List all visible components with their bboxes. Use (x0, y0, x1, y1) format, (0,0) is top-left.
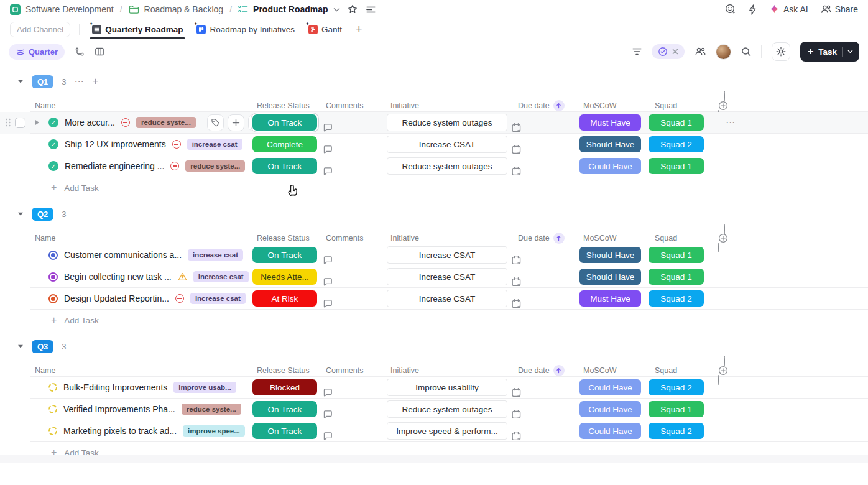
task-row[interactable]: Verified Improvements Pha...reduce syste… (30, 399, 868, 420)
task-row[interactable]: Customer communications a...increase csa… (30, 244, 868, 266)
star-icon[interactable] (348, 4, 358, 14)
squad-pill[interactable]: Squad 2 (649, 290, 704, 307)
squad-pill[interactable]: Squad 1 (649, 401, 704, 417)
task-row[interactable]: Bulk-Editing Improvementsimprove usab...… (30, 377, 868, 399)
chevron-down-icon[interactable] (333, 7, 340, 12)
task-name[interactable]: Customer communications a... (64, 250, 182, 260)
status-icon-complete[interactable]: ✓ (48, 118, 58, 127)
column-header-moscow[interactable]: MoSCoW (576, 366, 645, 375)
column-header-due-date[interactable]: Due date (511, 100, 576, 111)
squad-pill[interactable]: Squad 1 (649, 114, 704, 131)
avatar[interactable] (716, 44, 731, 60)
add-task-button[interactable]: +Add Task (30, 310, 868, 331)
comment-icon[interactable] (322, 277, 382, 287)
share-button[interactable]: Share (821, 4, 858, 14)
release-status-button[interactable]: On Track (252, 158, 317, 174)
release-status-button[interactable]: Blocked (252, 379, 317, 395)
squad-pill[interactable]: Squad 2 (649, 379, 704, 395)
tab-roadmap-by-initiatives[interactable]: ✦ Roadmap by Initiatives (193, 21, 298, 39)
breadcrumb-view-title[interactable]: Product Roadmap (253, 4, 328, 14)
column-header-moscow[interactable]: MoSCoW (576, 101, 645, 110)
sort-asc-icon[interactable] (553, 233, 565, 244)
task-tag[interactable]: increase csat (193, 271, 249, 282)
task-name[interactable]: More accur... (65, 118, 115, 127)
quarter-pill[interactable]: Q2 (32, 208, 53, 221)
sort-asc-icon[interactable] (553, 100, 565, 111)
view-options-icon[interactable] (366, 6, 376, 13)
task-tag[interactable]: improve spee... (183, 425, 245, 436)
comment-icon[interactable] (322, 144, 382, 155)
column-header-comments[interactable]: Comments (322, 366, 382, 375)
collapse-caret-icon[interactable] (17, 211, 24, 216)
moscow-pill[interactable]: Could Have (579, 379, 641, 395)
calendar-plus-icon[interactable] (511, 122, 576, 133)
comment-icon[interactable] (322, 387, 382, 398)
filter-icon[interactable] (632, 48, 642, 55)
subtask-icon[interactable] (75, 47, 85, 57)
calendar-plus-icon[interactable] (511, 166, 576, 177)
column-header-release-status[interactable]: Release Status (252, 101, 322, 110)
task-tag[interactable]: increase csat (187, 139, 242, 150)
task-row[interactable]: ✓Remediate engineering ...reduce syste..… (30, 155, 868, 177)
release-status-button[interactable]: Complete (252, 136, 317, 152)
comment-icon[interactable] (322, 166, 382, 177)
squad-pill[interactable]: Squad 1 (649, 247, 704, 263)
status-icon-complete[interactable]: ✓ (48, 139, 58, 149)
closed-tasks-filter[interactable] (652, 44, 685, 59)
quarter-pill[interactable]: Q3 (32, 340, 53, 353)
group-menu-icon[interactable]: ⋯ (75, 76, 85, 87)
add-view-button[interactable]: + (356, 23, 362, 36)
column-header-moscow[interactable]: MoSCoW (576, 234, 645, 242)
status-icon-in-progress[interactable] (48, 272, 58, 282)
comment-icon[interactable] (322, 431, 382, 441)
calendar-plus-icon[interactable] (511, 277, 576, 287)
columns-icon[interactable] (95, 47, 104, 57)
status-icon-open[interactable] (48, 383, 57, 392)
sort-asc-icon[interactable] (553, 365, 565, 376)
squad-pill[interactable]: Squad 1 (649, 269, 704, 285)
column-header-squad[interactable]: Squad (645, 234, 718, 242)
status-icon-complete[interactable]: ✓ (48, 161, 58, 171)
column-header-name[interactable]: Name (30, 101, 252, 110)
column-header-release-status[interactable]: Release Status (252, 366, 322, 375)
rename-button[interactable] (248, 114, 252, 131)
task-tag[interactable]: increase csat (190, 293, 246, 304)
comment-icon[interactable] (322, 122, 382, 133)
column-header-squad[interactable]: Squad (645, 366, 718, 375)
emoji-add-icon[interactable] (725, 4, 736, 15)
settings-button[interactable] (772, 42, 790, 61)
initiative-value[interactable]: Improve speed & perform... (387, 422, 507, 440)
calendar-plus-icon[interactable] (511, 298, 576, 309)
initiative-value[interactable]: Reduce system outages (387, 114, 507, 131)
status-icon-open[interactable] (48, 427, 57, 435)
column-header-squad[interactable]: Squad (645, 101, 718, 110)
column-header-initiative[interactable]: Initiative (382, 234, 511, 242)
column-header-due-date[interactable]: Due date (511, 233, 576, 244)
row-checkbox[interactable] (15, 118, 25, 128)
initiative-value[interactable]: Increase CSAT (387, 246, 507, 264)
status-icon-in-progress[interactable] (48, 294, 58, 303)
calendar-plus-icon[interactable] (511, 431, 576, 441)
release-status-button[interactable]: On Track (252, 423, 317, 439)
column-header-name[interactable]: Name (30, 234, 252, 242)
release-status-button[interactable]: On Track (252, 114, 317, 131)
add-task-button[interactable]: +Add Task (30, 177, 868, 198)
group-by-quarter-button[interactable]: Quarter (9, 44, 65, 60)
moscow-pill[interactable]: Should Have (579, 136, 641, 152)
task-name[interactable]: Ship 12 UX improvements (65, 139, 166, 149)
breadcrumb-workspace[interactable]: Software Development (25, 4, 114, 14)
collapse-caret-icon[interactable] (17, 79, 24, 84)
expand-arrow-icon[interactable] (35, 119, 40, 126)
drag-handle-icon[interactable] (5, 118, 11, 127)
breadcrumb-folder[interactable]: Roadmap & Backlog (144, 4, 224, 14)
initiative-value[interactable]: Reduce system outages (387, 157, 507, 175)
task-row[interactable]: ✓Ship 12 UX improvementsincrease csatCom… (30, 134, 868, 155)
calendar-plus-icon[interactable] (511, 255, 576, 266)
column-header-due-date[interactable]: Due date (511, 365, 576, 376)
moscow-pill[interactable]: Could Have (579, 401, 641, 417)
moscow-pill[interactable]: Must Have (579, 114, 641, 131)
task-row[interactable]: ✓More accur...reduce syste...On TrackRed… (30, 112, 868, 134)
initiative-value[interactable]: Reduce system outages (387, 400, 507, 418)
release-status-button[interactable]: On Track (252, 247, 317, 263)
release-status-button[interactable]: Needs Atte... (252, 269, 317, 285)
